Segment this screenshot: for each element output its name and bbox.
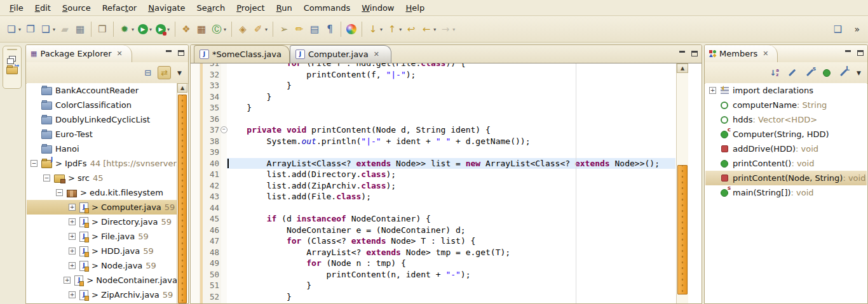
- drag-handle[interactable]: [7, 49, 17, 50]
- tree-item[interactable]: +J> NodeContainer.java: [27, 273, 177, 287]
- member-item[interactable]: cComputer(String, HDD): [705, 127, 867, 142]
- code-line-36[interactable]: 36: [191, 114, 675, 125]
- minimize-button[interactable]: [679, 50, 686, 56]
- member-item[interactable]: printContent() : void: [705, 156, 867, 171]
- line-number[interactable]: 48: [203, 247, 221, 258]
- show-whitespace-icon[interactable]: ¶: [322, 21, 337, 37]
- tree-item[interactable]: +J> HDD.java59: [27, 244, 177, 258]
- menu-source[interactable]: Source: [57, 2, 97, 14]
- close-icon[interactable]: ✕: [763, 50, 768, 58]
- open-type-icon[interactable]: ◈: [235, 21, 250, 37]
- restore-views-icon[interactable]: [9, 56, 16, 62]
- view-menu-icon[interactable]: ▼: [857, 70, 861, 76]
- menu-file[interactable]: File: [4, 2, 29, 14]
- view-menu-icon[interactable]: ▼: [177, 70, 182, 76]
- code-line-39[interactable]: 39: [191, 147, 675, 158]
- tree-item[interactable]: −> src45: [27, 171, 177, 185]
- tab-members[interactable]: Members ✕: [705, 45, 778, 62]
- menu-refactor[interactable]: Refactor: [97, 2, 143, 14]
- line-number[interactable]: 33: [203, 80, 221, 91]
- expander-plus-icon[interactable]: +: [69, 262, 76, 269]
- scroll-up-icon[interactable]: ▲: [177, 83, 187, 93]
- tree-item[interactable]: −> edu.kit.filesystem: [27, 185, 177, 200]
- toolbar-overflow-chevron[interactable]: »: [854, 24, 859, 34]
- tree-item[interactable]: +J> Directory.java59: [27, 215, 177, 229]
- tab-someclass-java[interactable]: J *SomeClass.java: [194, 45, 290, 63]
- last-edit-location-icon[interactable]: ↩: [403, 21, 419, 37]
- tree-item[interactable]: +J> ZipArchiv.java59: [27, 287, 177, 302]
- debug-icon[interactable]: ✹▾: [117, 21, 136, 37]
- tab-computer-java[interactable]: J Computer.java ✕: [290, 45, 391, 63]
- hide-local-types-icon[interactable]: L: [839, 68, 848, 77]
- code-line-40[interactable]: 40 ArrayList<Class<? extends Node>> list…: [191, 158, 675, 169]
- menu-run[interactable]: Run: [271, 2, 298, 14]
- line-number[interactable]: 42: [203, 180, 221, 192]
- line-number[interactable]: 38: [203, 136, 221, 147]
- back-icon[interactable]: ←▾: [419, 21, 438, 37]
- menu-search[interactable]: Search: [191, 2, 231, 14]
- tree-item[interactable]: ColorClassification: [27, 98, 177, 112]
- line-number[interactable]: 31: [203, 63, 221, 69]
- code-line-38[interactable]: 38 System.out.println("|-" + ident + " "…: [191, 136, 675, 147]
- code-line-41[interactable]: 41 list.add(Directory.class);: [191, 169, 675, 180]
- menu-commands[interactable]: Commands: [298, 2, 356, 14]
- hide-static-members-icon[interactable]: s: [805, 68, 815, 77]
- menu-project[interactable]: Project: [231, 2, 271, 14]
- new-class-icon[interactable]: Ⓒ▾: [209, 21, 228, 37]
- code-line-50[interactable]: 50 printContent(n, ident + "-");: [191, 269, 675, 281]
- member-item[interactable]: +import declarations: [705, 83, 867, 98]
- open-perspective-icon[interactable]: ❑: [830, 21, 845, 37]
- code-line-35[interactable]: 35 }: [191, 102, 675, 114]
- line-number[interactable]: 34: [203, 91, 221, 103]
- hide-fields-icon[interactable]: [787, 68, 797, 77]
- tree-item[interactable]: BankAccountReader: [27, 83, 177, 98]
- line-number[interactable]: 39: [203, 147, 221, 158]
- line-number[interactable]: 51: [203, 280, 221, 291]
- copy-icon[interactable]: ❒: [95, 21, 110, 37]
- menu-help[interactable]: Help: [400, 2, 431, 14]
- line-number[interactable]: 52: [203, 291, 221, 303]
- line-number[interactable]: 43: [203, 191, 221, 202]
- line-number[interactable]: 45: [203, 213, 221, 225]
- new-editor-icon[interactable]: ❐: [23, 21, 38, 37]
- code-line-52[interactable]: 52 }: [191, 291, 675, 303]
- code-line-33[interactable]: 33 }: [191, 80, 675, 91]
- member-item[interactable]: computerName : String: [705, 98, 867, 112]
- run-icon[interactable]: ▶▾: [136, 21, 154, 37]
- mark-occurrences-icon[interactable]: ✏: [292, 21, 307, 37]
- toggle-breadcrumb-icon[interactable]: ➢: [276, 21, 292, 37]
- minimize-button[interactable]: [845, 50, 851, 56]
- line-number[interactable]: 36: [203, 114, 221, 125]
- collapse-all-icon[interactable]: ⊟: [144, 68, 151, 77]
- member-item[interactable]: printContent(Node, String) : void: [705, 171, 867, 185]
- new-wizard-icon[interactable]: ❏▾: [4, 21, 23, 37]
- line-number[interactable]: 40: [203, 158, 221, 169]
- new-view-icon[interactable]: ❑▾: [38, 21, 57, 37]
- line-number[interactable]: 41: [203, 169, 221, 180]
- expander-plus-icon[interactable]: +: [69, 233, 76, 240]
- scrollbar-thumb[interactable]: [677, 165, 688, 294]
- show-public-members-icon[interactable]: [823, 69, 831, 77]
- code-area[interactable]: 31 for (File f : hdd.get(File.class)) {3…: [191, 63, 675, 303]
- line-number[interactable]: 44: [203, 202, 221, 214]
- line-number[interactable]: 50: [203, 269, 221, 281]
- code-line-42[interactable]: 42 list.add(ZipArchiv.class);: [191, 180, 675, 192]
- line-number[interactable]: 49: [203, 258, 221, 269]
- code-line-48[interactable]: 48 ArrayList<? extends Node> tmp = e.get…: [191, 247, 675, 258]
- tree-item[interactable]: +J> Computer.java59: [27, 200, 177, 215]
- code-line-45[interactable]: 45 if (d instanceof NodeContainer) {: [191, 213, 675, 225]
- line-number[interactable]: 37: [203, 124, 221, 136]
- fold-collapse-icon[interactable]: [221, 124, 227, 136]
- maximize-button[interactable]: [857, 50, 864, 56]
- code-line-44[interactable]: 44: [191, 202, 675, 214]
- minimize-button[interactable]: [166, 50, 172, 56]
- line-number[interactable]: 32: [203, 69, 221, 81]
- code-line-46[interactable]: 46 NodeContainer e = (NodeContainer) d;: [191, 225, 675, 236]
- scrollbar-thumb[interactable]: [178, 95, 187, 303]
- expander-plus-icon[interactable]: +: [69, 218, 76, 225]
- scroll-up-icon[interactable]: ▲: [677, 63, 688, 73]
- package-explorer-scrollbar[interactable]: ▲: [177, 83, 187, 303]
- maximize-button[interactable]: [691, 51, 698, 56]
- editor-scrollbar[interactable]: ▲: [676, 63, 688, 303]
- line-number[interactable]: 53: [203, 302, 221, 303]
